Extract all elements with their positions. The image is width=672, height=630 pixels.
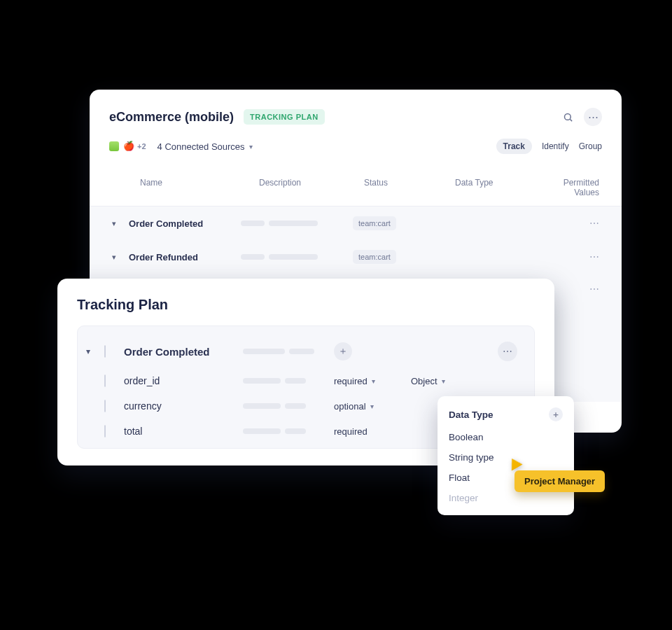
connected-sources-dropdown[interactable]: 4 Connected Sources ▾ bbox=[158, 141, 253, 152]
column-headers: Name Description Status Data Type Permit… bbox=[109, 178, 602, 206]
property-name: total bbox=[124, 426, 243, 437]
property-checkbox[interactable] bbox=[104, 425, 106, 438]
apple-icon: 🍎 bbox=[123, 141, 133, 151]
status-select[interactable]: required bbox=[334, 426, 411, 437]
row-more-icon[interactable]: ⋯ bbox=[521, 218, 599, 229]
search-icon[interactable] bbox=[559, 108, 577, 126]
description-placeholder bbox=[241, 220, 353, 226]
col-permitted: Permitted Values bbox=[539, 178, 599, 197]
event-header-row: ▾ Order Completed ＋ ⋯ bbox=[86, 335, 523, 368]
description-placeholder bbox=[241, 254, 353, 260]
chevron-down-icon[interactable]: ▾ bbox=[86, 346, 104, 356]
more-icon[interactable]: ⋯ bbox=[498, 342, 517, 361]
event-checkbox[interactable] bbox=[104, 345, 106, 358]
collaborator-label: Project Manager bbox=[514, 470, 605, 492]
sources-bar: 🍎 +2 4 Connected Sources ▾ Track Identif… bbox=[109, 139, 602, 154]
more-icon[interactable]: ⋯ bbox=[584, 108, 602, 126]
dropdown-item-boolean[interactable]: Boolean bbox=[440, 427, 571, 447]
description-placeholder bbox=[243, 378, 334, 384]
page-title: eCommerce (mobile) bbox=[109, 110, 234, 125]
description-placeholder bbox=[243, 403, 334, 409]
col-name: Name bbox=[140, 178, 259, 197]
svg-point-0 bbox=[564, 113, 570, 120]
chevron-down-icon: ▾ bbox=[249, 143, 253, 150]
property-checkbox[interactable] bbox=[104, 374, 106, 387]
event-row[interactable]: ▾ Order Completed team:cart ⋯ bbox=[109, 206, 602, 240]
chevron-down-icon[interactable]: ▾ bbox=[112, 219, 129, 228]
property-checkbox[interactable] bbox=[104, 400, 106, 412]
add-data-type-button[interactable]: ＋ bbox=[549, 407, 563, 421]
editor-title: Tracking Plan bbox=[77, 297, 535, 313]
tab-group[interactable]: Group bbox=[579, 141, 602, 151]
status-badge: team:cart bbox=[353, 216, 396, 230]
tracking-plan-badge: TRACKING PLAN bbox=[244, 109, 325, 125]
event-name: Order Refunded bbox=[129, 252, 241, 262]
source-chips: 🍎 +2 bbox=[109, 141, 146, 151]
status-select[interactable]: optional▾ bbox=[334, 401, 411, 412]
card-header: eCommerce (mobile) TRACKING PLAN ⋯ bbox=[109, 108, 602, 126]
col-data-type: Data Type bbox=[455, 178, 539, 197]
android-icon bbox=[109, 141, 119, 151]
event-row[interactable]: ▾ Order Refunded team:cart ⋯ bbox=[109, 240, 602, 274]
description-placeholder bbox=[243, 428, 334, 434]
tab-track[interactable]: Track bbox=[496, 139, 532, 154]
data-type-select[interactable]: Object▾ bbox=[411, 376, 498, 386]
chevron-down-icon: ▾ bbox=[370, 402, 374, 410]
view-tabs: Track Identify Group bbox=[496, 139, 602, 154]
sources-label: 4 Connected Sources bbox=[158, 141, 245, 152]
status-select[interactable]: required▾ bbox=[334, 376, 411, 386]
sources-overflow: +2 bbox=[137, 142, 146, 150]
dropdown-item-string[interactable]: String type bbox=[440, 447, 571, 468]
col-description: Description bbox=[259, 178, 364, 197]
chevron-down-icon[interactable]: ▾ bbox=[112, 253, 129, 262]
add-property-button[interactable]: ＋ bbox=[334, 342, 352, 360]
tab-identify[interactable]: Identify bbox=[542, 141, 569, 151]
property-name: order_id bbox=[124, 375, 243, 386]
data-type-dropdown: Data Type ＋ Boolean String type Float In… bbox=[438, 396, 574, 515]
description-placeholder bbox=[243, 349, 334, 354]
svg-line-1 bbox=[570, 119, 572, 121]
chevron-down-icon: ▾ bbox=[372, 377, 375, 385]
row-more-icon[interactable]: ⋯ bbox=[521, 251, 599, 262]
event-name: Order Completed bbox=[124, 346, 243, 358]
chevron-down-icon: ▾ bbox=[442, 377, 445, 385]
col-status: Status bbox=[364, 178, 455, 197]
status-badge: team:cart bbox=[353, 250, 396, 264]
property-name: currency bbox=[124, 400, 243, 412]
event-name: Order Completed bbox=[129, 218, 241, 229]
property-row: order_id required▾ Object▾ bbox=[86, 368, 523, 393]
dropdown-title: Data Type bbox=[449, 410, 493, 420]
